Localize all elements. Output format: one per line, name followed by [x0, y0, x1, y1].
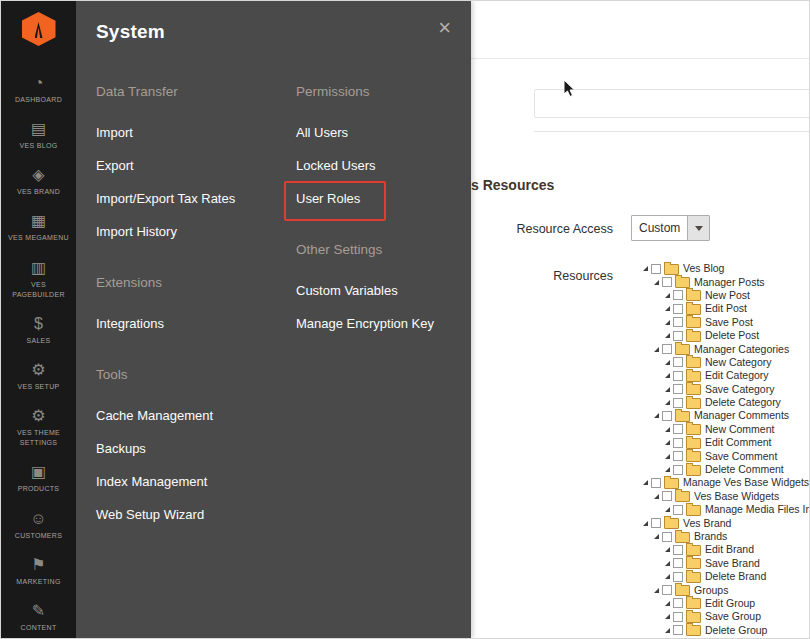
checkbox[interactable]	[662, 277, 672, 287]
checkbox[interactable]	[651, 264, 661, 274]
checkbox[interactable]	[673, 625, 683, 635]
menu-item-custom-variables[interactable]: Custom Variables	[296, 282, 446, 299]
checkbox[interactable]	[673, 451, 683, 461]
tree-node-new-post[interactable]: New Post	[643, 289, 810, 302]
tree-node-label[interactable]: Delete Comment	[705, 463, 784, 476]
tree-node-label[interactable]: Manage Media Files In	[705, 503, 810, 516]
menu-item-export[interactable]: Export	[96, 157, 296, 174]
tree-node-label[interactable]: New Category	[705, 356, 772, 369]
sidebar-item-ves-pagebuilder[interactable]: ▥VES PAGEBUILDER	[1, 252, 76, 308]
tree-node-manager-comments[interactable]: Manager Comments	[643, 409, 810, 422]
sidebar-item-ves-blog[interactable]: ▤VES BLOG	[1, 113, 76, 159]
menu-item-locked-users[interactable]: Locked Users	[296, 157, 446, 174]
tree-node-ves-blog[interactable]: Ves Blog	[643, 262, 810, 275]
magento-logo[interactable]	[1, 1, 76, 57]
expand-triangle-icon[interactable]	[665, 467, 670, 472]
expand-triangle-icon[interactable]	[654, 280, 659, 285]
checkbox[interactable]	[662, 411, 672, 421]
sidebar-item-ves-theme-settings[interactable]: ⚙VES THEME SETTINGS	[1, 400, 76, 456]
tree-node-label[interactable]: Ves Base Widgets	[694, 490, 779, 503]
sidebar-item-ves-setup[interactable]: ⚙VES SETUP	[1, 354, 76, 400]
checkbox[interactable]	[662, 585, 672, 595]
menu-item-all-users[interactable]: All Users	[296, 124, 446, 141]
tree-node-save-post[interactable]: Save Post	[643, 316, 810, 329]
expand-triangle-icon[interactable]	[665, 373, 670, 378]
tree-node-manage-ves-base-widgets[interactable]: Manage Ves Base Widgets	[643, 476, 810, 489]
expand-triangle-icon[interactable]	[665, 427, 670, 432]
menu-item-backups[interactable]: Backups	[96, 440, 296, 457]
menu-item-import-export-tax-rates[interactable]: Import/Export Tax Rates	[96, 190, 296, 207]
checkbox[interactable]	[673, 304, 683, 314]
expand-triangle-icon[interactable]	[643, 521, 648, 526]
tree-node-edit-brand[interactable]: Edit Brand	[643, 543, 810, 556]
expand-triangle-icon[interactable]	[654, 588, 659, 593]
checkbox[interactable]	[673, 371, 683, 381]
sidebar-item-dashboard[interactable]: ◔DASHBOARD	[1, 67, 76, 113]
tree-node-label[interactable]: Save Post	[705, 316, 753, 329]
menu-item-import-history[interactable]: Import History	[96, 223, 296, 240]
tree-node-label[interactable]: Save Group	[705, 610, 761, 623]
tree-node-ves-base-widgets[interactable]: Ves Base Widgets	[643, 490, 810, 503]
checkbox[interactable]	[651, 518, 661, 528]
checkbox[interactable]	[673, 545, 683, 555]
checkbox[interactable]	[673, 465, 683, 475]
expand-triangle-icon[interactable]	[643, 480, 648, 485]
tree-node-label[interactable]: Edit Category	[705, 369, 769, 382]
expand-triangle-icon[interactable]	[654, 494, 659, 499]
checkbox[interactable]	[673, 438, 683, 448]
expand-triangle-icon[interactable]	[654, 534, 659, 539]
tree-node-label[interactable]: Manager Comments	[694, 409, 789, 422]
tree-node-delete-post[interactable]: Delete Post	[643, 329, 810, 342]
tree-node-manage-media-files-in[interactable]: Manage Media Files In	[643, 503, 810, 516]
expand-triangle-icon[interactable]	[665, 333, 670, 338]
tree-node-label[interactable]: Manager Posts	[694, 276, 765, 289]
tree-node-edit-category[interactable]: Edit Category	[643, 369, 810, 382]
expand-triangle-icon[interactable]	[665, 293, 670, 298]
expand-triangle-icon[interactable]	[665, 507, 670, 512]
tree-node-edit-comment[interactable]: Edit Comment	[643, 436, 810, 449]
close-icon[interactable]: ×	[438, 17, 451, 39]
expand-triangle-icon[interactable]	[665, 440, 670, 445]
sidebar-item-marketing[interactable]: ⚑MARKETING	[1, 549, 76, 595]
checkbox[interactable]	[651, 478, 661, 488]
checkbox[interactable]	[662, 491, 672, 501]
menu-item-manage-encryption-key[interactable]: Manage Encryption Key	[296, 315, 446, 332]
menu-item-user-roles[interactable]: User Roles	[296, 190, 446, 207]
tree-node-label[interactable]: New Post	[705, 289, 750, 302]
tree-node-save-group[interactable]: Save Group	[643, 610, 810, 623]
tree-node-new-comment[interactable]: New Comment	[643, 423, 810, 436]
checkbox[interactable]	[673, 572, 683, 582]
tree-node-label[interactable]: Delete Category	[705, 396, 781, 409]
tree-node-label[interactable]: Edit Brand	[705, 543, 754, 556]
tree-node-groups[interactable]: Groups	[643, 583, 810, 596]
tree-node-label[interactable]: Save Comment	[705, 450, 777, 463]
tree-node-label[interactable]: Brands	[694, 530, 727, 543]
expand-triangle-icon[interactable]	[665, 320, 670, 325]
tree-node-label[interactable]: Edit Group	[705, 597, 755, 610]
tree-node-delete-group[interactable]: Delete Group	[643, 624, 810, 637]
tree-node-label[interactable]: Ves Blog	[683, 262, 724, 275]
tree-node-label[interactable]: Manage Ves Base Widgets	[683, 476, 809, 489]
tree-node-label[interactable]: New Comment	[705, 423, 774, 436]
expand-triangle-icon[interactable]	[665, 360, 670, 365]
tree-node-label[interactable]: Groups	[694, 584, 728, 597]
menu-item-import[interactable]: Import	[96, 124, 296, 141]
tree-node-save-comment[interactable]: Save Comment	[643, 449, 810, 462]
menu-item-index-management[interactable]: Index Management	[96, 473, 296, 490]
sidebar-item-sales[interactable]: $SALES	[1, 308, 76, 354]
expand-triangle-icon[interactable]	[665, 601, 670, 606]
expand-triangle-icon[interactable]	[654, 347, 659, 352]
tree-node-label[interactable]: Edit Post	[705, 302, 747, 315]
checkbox[interactable]	[673, 331, 683, 341]
sidebar-item-ves-megamenu[interactable]: ▦VES MEGAMENU	[1, 205, 76, 251]
expand-triangle-icon[interactable]	[665, 628, 670, 633]
tree-node-ves-brand[interactable]: Ves Brand	[643, 516, 810, 529]
tree-node-new-category[interactable]: New Category	[643, 356, 810, 369]
expand-triangle-icon[interactable]	[665, 547, 670, 552]
tree-node-label[interactable]: Ves Brand	[683, 517, 731, 530]
tree-node-label[interactable]: Delete Post	[705, 329, 759, 342]
checkbox[interactable]	[673, 290, 683, 300]
menu-item-cache-management[interactable]: Cache Management	[96, 407, 296, 424]
checkbox[interactable]	[662, 344, 672, 354]
tree-node-save-brand[interactable]: Save Brand	[643, 557, 810, 570]
